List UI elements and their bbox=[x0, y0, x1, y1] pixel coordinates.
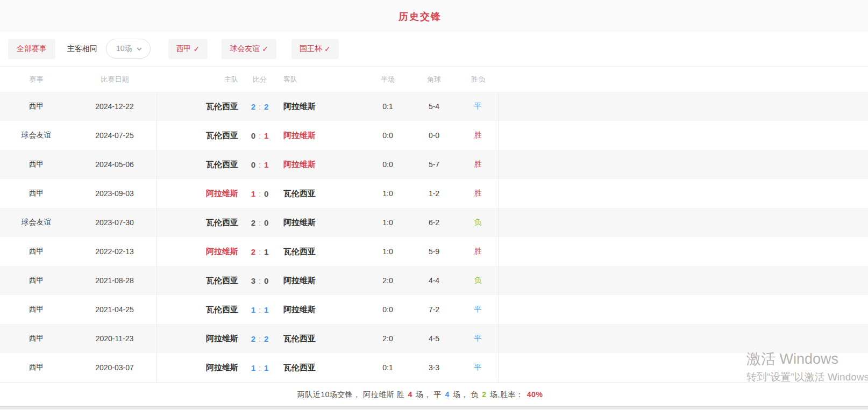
row-result: 负 bbox=[458, 266, 499, 295]
header-home: 主队 bbox=[157, 75, 240, 84]
filter-chip-club-friendly[interactable]: 球会友谊 ✓ bbox=[222, 39, 276, 59]
row-corners: 0-0 bbox=[410, 131, 458, 140]
table-row: 西甲 2024-05-06 瓦伦西亚 0:1 阿拉维斯 0:0 5-7 胜 bbox=[0, 150, 868, 179]
filter-all-competitions-button[interactable]: 全部赛事 bbox=[8, 39, 55, 59]
row-result: 平 bbox=[458, 324, 499, 353]
row-away-team: 瓦伦西亚 bbox=[279, 363, 365, 373]
row-league: 西甲 bbox=[0, 160, 73, 169]
summary-bar: 两队近10场交锋， 阿拉维斯 胜 4 场， 平 4 场， 负 2 场,胜率： 4… bbox=[0, 382, 868, 406]
table-row: 西甲 2020-03-07 阿拉维斯 1:1 瓦伦西亚 0:1 3-3 平 bbox=[0, 353, 868, 382]
row-result: 胜 bbox=[458, 237, 499, 266]
table-row: 球会友谊 2023-07-30 瓦伦西亚 2:0 阿拉维斯 1:0 6-2 负 bbox=[0, 208, 868, 237]
home-score: 1 bbox=[251, 363, 255, 372]
filter-same-home-away[interactable]: 主客相同 bbox=[67, 44, 97, 54]
row-corners: 6-2 bbox=[410, 218, 458, 227]
row-date: 2020-03-07 bbox=[73, 353, 157, 382]
row-date: 2021-04-25 bbox=[73, 295, 157, 324]
row-result: 胜 bbox=[458, 150, 499, 179]
away-score: 1 bbox=[264, 160, 268, 169]
row-away-team: 阿拉维斯 bbox=[279, 218, 365, 228]
row-halftime: 0:1 bbox=[365, 363, 410, 372]
page-title: 历史交锋 bbox=[399, 0, 442, 23]
row-home-team: 瓦伦西亚 bbox=[157, 131, 240, 141]
row-corners: 4-4 bbox=[410, 276, 458, 285]
row-league: 球会友谊 bbox=[0, 218, 73, 227]
row-home-team: 瓦伦西亚 bbox=[157, 160, 240, 170]
row-league: 西甲 bbox=[0, 247, 73, 256]
header-halftime: 半场 bbox=[365, 75, 410, 84]
header-result: 胜负 bbox=[458, 67, 499, 92]
row-away-team: 瓦伦西亚 bbox=[279, 334, 365, 344]
row-corners: 1-2 bbox=[410, 189, 458, 198]
row-home-team: 阿拉维斯 bbox=[157, 189, 240, 199]
row-score: 0:1 bbox=[240, 160, 279, 169]
table-row: 西甲 2021-04-25 瓦伦西亚 1:1 阿拉维斯 0:0 7-2 平 bbox=[0, 295, 868, 324]
row-away-team: 阿拉维斯 bbox=[279, 305, 365, 315]
row-away-team: 阿拉维斯 bbox=[279, 276, 365, 286]
row-halftime: 0:1 bbox=[365, 102, 410, 111]
row-corners: 5-9 bbox=[410, 247, 458, 256]
table-row: 西甲 2022-02-13 阿拉维斯 2:1 瓦伦西亚 1:0 5-9 胜 bbox=[0, 237, 868, 266]
row-away-team: 瓦伦西亚 bbox=[279, 247, 365, 257]
row-date: 2024-12-22 bbox=[73, 92, 157, 121]
row-halftime: 0:0 bbox=[365, 305, 410, 314]
row-date: 2023-09-03 bbox=[73, 179, 157, 208]
home-score: 1 bbox=[251, 189, 255, 198]
header-date: 比赛日期 bbox=[73, 67, 157, 92]
match-count-dropdown[interactable]: 10场 bbox=[106, 39, 151, 59]
filter-bar: 全部赛事 主客相同 10场 西甲 ✓ 球会友谊 ✓ 国王杯 ✓ bbox=[0, 31, 868, 67]
table-row: 西甲 2021-08-28 瓦伦西亚 3:0 阿拉维斯 2:0 4-4 负 bbox=[0, 266, 868, 295]
row-halftime: 1:0 bbox=[365, 189, 410, 198]
row-corners: 3-3 bbox=[410, 363, 458, 372]
filter-chip-copa-del-rey[interactable]: 国王杯 ✓ bbox=[291, 39, 339, 59]
row-away-team: 瓦伦西亚 bbox=[279, 189, 365, 199]
away-score: 2 bbox=[264, 334, 268, 343]
row-league: 西甲 bbox=[0, 363, 73, 372]
home-score: 1 bbox=[251, 305, 255, 314]
row-halftime: 1:0 bbox=[365, 247, 410, 256]
row-date: 2023-07-30 bbox=[73, 208, 157, 237]
home-score: 2 bbox=[251, 247, 255, 256]
chevron-down-icon bbox=[136, 46, 143, 52]
row-date: 2022-02-13 bbox=[73, 237, 157, 266]
away-score: 1 bbox=[264, 305, 268, 314]
table-header-row: 赛事 比赛日期 主队 比分 客队 半场 角球 胜负 bbox=[0, 67, 868, 92]
home-score: 2 bbox=[251, 218, 255, 227]
row-halftime: 2:0 bbox=[365, 276, 410, 285]
row-date: 2020-11-23 bbox=[73, 324, 157, 353]
row-league: 西甲 bbox=[0, 102, 73, 111]
row-score: 1:1 bbox=[240, 363, 279, 372]
row-home-team: 瓦伦西亚 bbox=[157, 102, 240, 112]
row-date: 2021-08-28 bbox=[73, 266, 157, 295]
header-score: 比分 bbox=[240, 75, 279, 84]
h2h-table: 赛事 比赛日期 主队 比分 客队 半场 角球 胜负 西甲 2024-12-22 … bbox=[0, 67, 868, 382]
away-score: 1 bbox=[264, 131, 268, 140]
row-corners: 7-2 bbox=[410, 305, 458, 314]
header-corners: 角球 bbox=[410, 75, 458, 84]
row-score: 1:0 bbox=[240, 189, 279, 198]
panel-header: 历史交锋 bbox=[0, 0, 868, 31]
head-to-head-panel: 历史交锋 全部赛事 主客相同 10场 西甲 ✓ 球会友谊 ✓ 国王杯 ✓ 赛事 … bbox=[0, 0, 868, 410]
row-league: 球会友谊 bbox=[0, 131, 73, 140]
row-home-team: 瓦伦西亚 bbox=[157, 276, 240, 286]
row-home-team: 阿拉维斯 bbox=[157, 363, 240, 373]
home-score: 0 bbox=[251, 160, 255, 169]
row-corners: 5-7 bbox=[410, 160, 458, 169]
away-score: 0 bbox=[264, 276, 268, 285]
row-date: 2024-05-06 bbox=[73, 150, 157, 179]
filter-chip-laliga[interactable]: 西甲 ✓ bbox=[168, 39, 208, 59]
home-score: 2 bbox=[251, 334, 255, 343]
row-away-team: 阿拉维斯 bbox=[279, 131, 365, 141]
table-row: 西甲 2023-09-03 阿拉维斯 1:0 瓦伦西亚 1:0 1-2 胜 bbox=[0, 179, 868, 208]
table-body: 西甲 2024-12-22 瓦伦西亚 2:2 阿拉维斯 0:1 5-4 平 球会… bbox=[0, 92, 868, 382]
row-score: 2:1 bbox=[240, 247, 279, 256]
row-league: 西甲 bbox=[0, 334, 73, 343]
away-score: 0 bbox=[264, 189, 268, 198]
bottom-strip bbox=[0, 406, 868, 409]
row-date: 2024-07-25 bbox=[73, 121, 157, 150]
away-score: 1 bbox=[264, 363, 268, 372]
row-result: 平 bbox=[458, 353, 499, 382]
row-result: 胜 bbox=[458, 179, 499, 208]
table-row: 球会友谊 2024-07-25 瓦伦西亚 0:1 阿拉维斯 0:0 0-0 胜 bbox=[0, 121, 868, 150]
checkmark-icon: ✓ bbox=[324, 45, 331, 53]
